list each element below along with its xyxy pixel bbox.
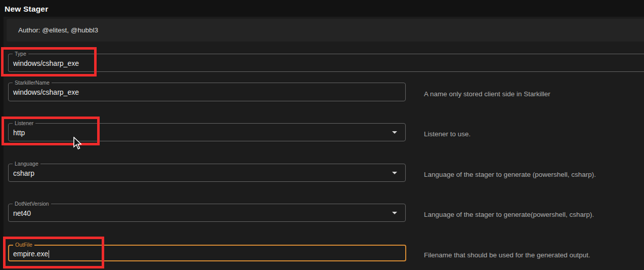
chevron-down-icon [392, 212, 397, 214]
starkillername-field[interactable]: StarkillerName windows/csharp_exe [8, 83, 406, 101]
starkillername-helper-text: A name only stored client side in Starki… [424, 90, 550, 98]
annotation-box-outfile [3, 237, 104, 268]
language-select-value: csharp [13, 169, 34, 178]
language-select[interactable]: Language csharp [8, 164, 406, 182]
dotnetversion-select[interactable]: DotNetVersion net40 [8, 204, 406, 222]
chevron-down-icon [392, 172, 397, 174]
author-card: Author: @elitest, @hubbl3 [7, 19, 644, 42]
dotnetversion-select-value: net40 [13, 209, 31, 218]
author-text: Author: @elitest, @hubbl3 [18, 26, 98, 34]
starkillername-field-value: windows/csharp_exe [13, 88, 79, 97]
starkillername-field-label: StarkillerName [13, 80, 52, 86]
listener-helper-text: Listener to use. [424, 130, 470, 138]
page-title: New Stager [5, 5, 48, 14]
outfile-helper-text: Filename that should be used for the gen… [424, 251, 590, 259]
annotation-box-type [1, 47, 97, 76]
chevron-down-icon [392, 131, 397, 134]
dotnetversion-helper-text: Language of the stager to generate(power… [424, 211, 594, 219]
annotation-box-listener [2, 117, 100, 145]
new-stager-page: { "page": { "title": "New Stager" }, "au… [0, 0, 644, 270]
mouse-cursor-icon [73, 137, 83, 151]
language-select-label: Language [13, 161, 40, 167]
type-field[interactable]: Type windows/csharp_exe [8, 54, 644, 72]
dotnetversion-select-label: DotNetVersion [13, 201, 51, 207]
language-helper-text: Language of the stager to generate (powe… [424, 171, 596, 179]
